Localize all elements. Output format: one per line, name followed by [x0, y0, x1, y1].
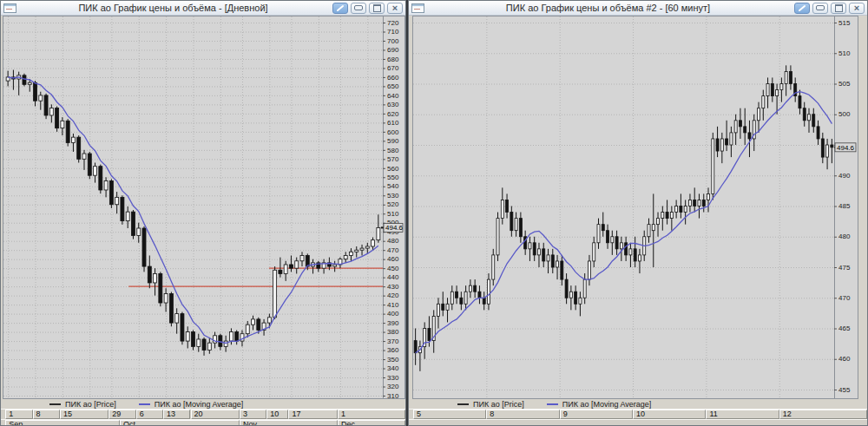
- svg-text:640: 640: [387, 92, 399, 100]
- restore-icon: [373, 4, 381, 12]
- svg-text:470: 470: [387, 246, 399, 254]
- svg-text:470: 470: [838, 294, 851, 302]
- restore-button[interactable]: [369, 3, 385, 14]
- svg-text:580: 580: [387, 147, 399, 154]
- svg-text:520: 520: [387, 200, 399, 208]
- svg-text:560: 560: [387, 165, 399, 173]
- svg-text:490: 490: [838, 172, 851, 180]
- svg-text:600: 600: [387, 128, 399, 136]
- minimize-button[interactable]: [812, 3, 828, 14]
- svg-text:550: 550: [387, 174, 399, 181]
- svg-text:515: 515: [838, 19, 851, 27]
- price-series-marker: [49, 403, 61, 405]
- close-button[interactable]: ×: [387, 3, 403, 14]
- svg-text:570: 570: [387, 155, 399, 163]
- time-tick-cell: Sep: [5, 420, 120, 426]
- time-tick-cell: 9: [560, 410, 633, 419]
- chart-legend-hourly: ПИК ао [Price] ПИК ао [Moving Average]: [409, 399, 867, 409]
- chart-window-icon: [411, 3, 424, 13]
- legend-label-ma: ПИК ао [Moving Average]: [562, 400, 652, 409]
- legend-label-price: ПИК ао [Price]: [473, 400, 524, 409]
- svg-text:330: 330: [387, 374, 399, 382]
- chart-window-hourly: ПИК ао График цены и объёма #2 - [60 мин…: [408, 0, 868, 426]
- time-tick-cell: Nov: [240, 420, 338, 426]
- svg-text:680: 680: [387, 56, 399, 63]
- price-axis[interactable]: 455460465470475480485490495500505510515: [834, 16, 851, 398]
- link-button[interactable]: [332, 3, 348, 14]
- time-axis-months-hourly[interactable]: [409, 419, 867, 426]
- link-button[interactable]: [794, 3, 810, 14]
- svg-text:494.6: 494.6: [385, 224, 404, 232]
- candles: [6, 70, 380, 356]
- svg-text:455: 455: [838, 386, 851, 394]
- svg-text:690: 690: [387, 46, 399, 54]
- price-chart-daily[interactable]: 3103203303403503603703803904004104204304…: [3, 16, 405, 399]
- restore-icon: [835, 4, 843, 12]
- legend-item-price: ПИК ао [Price]: [49, 400, 116, 409]
- price-chart-hourly[interactable]: 4554604654704754804854904955005055105154…: [412, 16, 858, 399]
- svg-text:320: 320: [387, 383, 399, 390]
- svg-text:430: 430: [387, 283, 399, 291]
- svg-text:620: 620: [387, 110, 399, 118]
- window-title: ПИК ао График цены и объёма - [Дневной]: [16, 3, 330, 13]
- chart-area-hourly: 4554604654704754804854904955005055105154…: [409, 16, 867, 399]
- time-tick-cell: 3: [240, 410, 266, 419]
- window-controls: ×: [330, 3, 403, 14]
- time-tick-cell: 29: [108, 410, 135, 419]
- last-price-label: 494.6: [835, 143, 856, 152]
- last-trade-marker: [381, 226, 384, 228]
- svg-text:700: 700: [387, 37, 399, 45]
- ma-series-marker: [547, 403, 558, 405]
- svg-text:630: 630: [387, 101, 399, 108]
- svg-text:410: 410: [387, 301, 399, 309]
- legend-item-ma: ПИК ао [Moving Average]: [139, 400, 244, 409]
- time-tick-cell: 13: [163, 410, 190, 419]
- svg-text:510: 510: [387, 210, 399, 218]
- svg-text:650: 650: [387, 82, 399, 90]
- svg-text:310: 310: [387, 392, 399, 399]
- svg-text:465: 465: [838, 324, 851, 332]
- svg-text:420: 420: [387, 292, 399, 299]
- price-axis[interactable]: 3103203303403503603703803904004104204304…: [383, 16, 399, 399]
- close-button[interactable]: ×: [849, 3, 865, 14]
- time-tick-cell: 15: [60, 410, 108, 419]
- time-tick-cell: 20: [191, 410, 240, 419]
- legend-item-price: ПИК ао [Price]: [457, 400, 524, 409]
- svg-text:460: 460: [838, 355, 851, 363]
- minimize-icon: [816, 5, 825, 10]
- time-tick-cell: 11: [706, 410, 779, 419]
- svg-text:590: 590: [387, 137, 399, 145]
- time-tick-cell: 10: [633, 410, 706, 419]
- chart-area-daily: 3103203303403503603703803904004104204304…: [1, 16, 405, 399]
- time-tick-cell: 5: [413, 410, 486, 419]
- moving-average-line: [416, 92, 832, 353]
- svg-text:440: 440: [387, 273, 399, 281]
- time-tick-cell: 10: [266, 410, 288, 419]
- minimize-button[interactable]: [351, 3, 366, 14]
- svg-text:494.6: 494.6: [837, 144, 855, 152]
- svg-text:480: 480: [387, 237, 399, 245]
- last-price-label: 494.6: [384, 223, 404, 232]
- legend-label-price: ПИК ао [Price]: [65, 400, 116, 409]
- time-tick-cell: 8: [486, 410, 559, 419]
- svg-text:540: 540: [387, 182, 399, 190]
- time-tick-cell: 6: [136, 410, 163, 419]
- svg-text:610: 610: [387, 119, 399, 127]
- restore-button[interactable]: [831, 3, 846, 14]
- time-axis-months-daily[interactable]: SepOctNovDec: [1, 419, 405, 426]
- legend-item-ma: ПИК ао [Moving Average]: [547, 400, 652, 409]
- svg-text:380: 380: [387, 328, 399, 336]
- titlebar-daily[interactable]: ПИК ао График цены и объёма - [Дневной] …: [1, 1, 405, 16]
- price-series-marker: [457, 403, 469, 405]
- svg-text:505: 505: [838, 80, 851, 88]
- time-tick-cell: Oct: [120, 420, 240, 426]
- svg-text:530: 530: [387, 192, 399, 200]
- candles: [414, 65, 833, 371]
- grid: [413, 16, 834, 398]
- titlebar-hourly[interactable]: ПИК ао График цены и объёма #2 - [60 мин…: [409, 1, 867, 16]
- close-icon: ×: [854, 3, 859, 12]
- time-axis-days-hourly[interactable]: 589101112: [409, 409, 867, 419]
- svg-text:710: 710: [387, 28, 399, 36]
- time-tick-cell: 1: [5, 410, 32, 419]
- time-axis-days-daily[interactable]: 18152961320310171: [1, 409, 405, 419]
